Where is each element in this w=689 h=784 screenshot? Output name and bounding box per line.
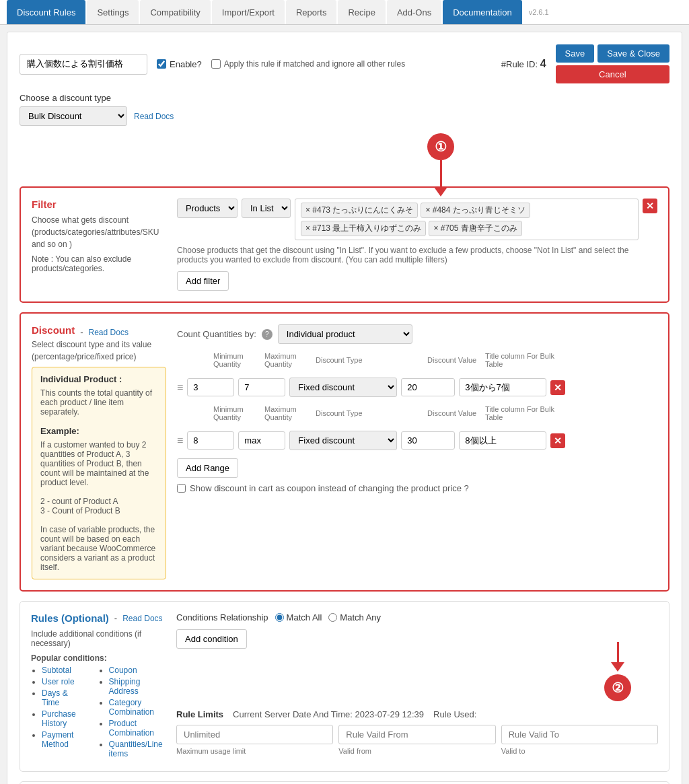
arrow-stem	[440, 160, 442, 187]
count-by-row: Count Quantities by: ? Individual produc…	[177, 324, 657, 344]
range-labels-2: Minimum Quantity Maximum Quantity Discou…	[177, 405, 657, 421]
link-user-role[interactable]: User role	[42, 677, 75, 686]
discount-type-select[interactable]: Bulk Discount	[20, 106, 127, 126]
max-usage-sublabel: Maximum usage limit	[176, 747, 333, 755]
discount-right: Count Quantities by: ? Individual produc…	[177, 324, 657, 579]
conditions-cols: Subtotal User role Days & Time Purchase …	[31, 666, 166, 760]
filter-section: Filter Choose what gets discount (produc…	[20, 186, 669, 303]
filter-tags-container: × #473 たっぷりにんにくみそ × #484 たっぷり青じそミソ × #71…	[295, 199, 639, 240]
tab-compatibility[interactable]: Compatibility	[140, 0, 210, 24]
show-coupon-label: Show discount in cart as coupon instead …	[190, 483, 469, 493]
info-box: Individual Product : This counts the tot…	[32, 367, 166, 579]
relationship-label: Conditions Relationship	[176, 612, 268, 622]
discount-type-read-docs[interactable]: Read Docs	[134, 112, 174, 121]
match-all-label: Match All	[275, 612, 322, 622]
range-1-value-input[interactable]	[401, 378, 455, 396]
discount-type-label: Choose a discount type	[20, 93, 669, 103]
add-condition-button[interactable]: Add condition	[176, 629, 247, 649]
rule-limits-area: Rule Limits Current Server Date And Time…	[176, 709, 658, 755]
arrow-stem-2	[617, 642, 619, 662]
rules-desc: Include additional conditions (if necess…	[31, 629, 166, 648]
server-date: Current Server Date And Time: 2023-07-29…	[233, 709, 424, 719]
link-purchase-history[interactable]: Purchase History	[42, 709, 76, 728]
save-button[interactable]: Save	[556, 44, 595, 63]
rules-title: Rules (Optional)	[31, 612, 109, 624]
range-2-max-input[interactable]	[238, 431, 285, 450]
match-any-text: Match Any	[340, 612, 381, 622]
range-2-value-input[interactable]	[401, 431, 455, 450]
remove-filter-button[interactable]: ✕	[643, 199, 657, 213]
link-quantities[interactable]: Quantities/Line items	[109, 740, 163, 758]
discount-desc1: Select discount type and its value	[32, 340, 166, 349]
save-buttons-row: Save Save & Close	[556, 44, 669, 63]
discount-bar-section: Discount Bar (optional) - Display discou…	[20, 781, 669, 784]
discount-read-docs[interactable]: Read Docs	[89, 328, 129, 337]
info-box-list-1: 2 - count of Product A	[40, 497, 157, 506]
link-days-time[interactable]: Days & Time	[42, 688, 68, 707]
cancel-button[interactable]: Cancel	[556, 65, 669, 83]
link-payment-method[interactable]: Payment Method	[42, 730, 73, 749]
filter-list-select[interactable]: In List	[242, 199, 291, 218]
annotation-1-area: ①	[20, 130, 669, 184]
valid-from-input[interactable]	[338, 725, 495, 744]
tab-settings[interactable]: Settings	[87, 0, 139, 24]
rules-read-docs[interactable]: Read Docs	[122, 614, 162, 623]
annotation-2-area: ②	[176, 642, 658, 701]
apply-rule-checkbox[interactable]	[211, 59, 221, 69]
popular-label: Popular conditions:	[31, 653, 166, 663]
link-category-combo[interactable]: Category Combination	[109, 698, 154, 717]
max-usage-input[interactable]	[176, 725, 333, 744]
range-2-title-input[interactable]	[459, 431, 546, 450]
apply-rule-label: Apply this rule if matched and ignore al…	[224, 59, 405, 69]
filter-desc2: (products/categories/attributes/SKU	[32, 227, 166, 237]
tab-discount-rules[interactable]: Discount Rules	[7, 0, 85, 24]
range-1-type-select[interactable]: Fixed discount	[289, 378, 397, 397]
nav-tabs: Discount Rules Settings Compatibility Im…	[0, 0, 689, 25]
filter-note: Note : You can also exclude products/cat…	[32, 254, 166, 273]
drag-handle-2[interactable]: ≡	[177, 435, 183, 447]
rule-used-label: Rule Used:	[433, 709, 476, 719]
tab-reports[interactable]: Reports	[286, 0, 337, 24]
rule-limits-inputs	[176, 725, 658, 744]
remove-range-2-button[interactable]: ✕	[550, 433, 565, 448]
tag-473-label: × #473 たっぷりにんにくみそ	[305, 205, 413, 216]
rule-name-input[interactable]	[20, 54, 147, 75]
tab-import-export[interactable]: Import/Export	[212, 0, 285, 24]
link-subtotal[interactable]: Subtotal	[42, 666, 71, 675]
popular-conditions: Popular conditions: Subtotal User role D…	[31, 653, 166, 760]
match-any-radio[interactable]	[328, 613, 337, 622]
tag-484: × #484 たっぷり青じそミソ	[421, 203, 530, 218]
label-min-qty: Minimum Quantity	[213, 352, 260, 368]
link-coupon[interactable]: Coupon	[109, 666, 137, 675]
tab-addons[interactable]: Add-Ons	[387, 0, 441, 24]
tab-documentation[interactable]: Documentation	[443, 0, 521, 24]
show-coupon-checkbox[interactable]	[177, 484, 186, 493]
step-2-badge: ②	[604, 674, 631, 701]
valid-from-sublabel: Valid from	[338, 747, 495, 755]
range-1-title-input[interactable]	[459, 378, 546, 396]
valid-to-input[interactable]	[501, 725, 658, 744]
range-1-max-input[interactable]	[238, 378, 285, 396]
info-icon[interactable]: ?	[262, 329, 273, 340]
label-title-col-2: Title column For Bulk Table	[485, 405, 573, 421]
tag-705-label: × #705 青唐辛子このみ	[433, 223, 517, 234]
filter-product-select[interactable]: Products	[177, 199, 238, 218]
save-close-button[interactable]: Save & Close	[597, 44, 669, 63]
tab-recipe[interactable]: Recipe	[338, 0, 385, 24]
link-product-combo[interactable]: Product Combination	[109, 719, 154, 738]
add-range-button[interactable]: Add Range	[177, 458, 238, 478]
range-2-type-select[interactable]: Fixed discount	[289, 431, 397, 450]
label-title-col: Title column For Bulk Table	[485, 352, 573, 368]
rules-dash: -	[114, 613, 117, 623]
enable-checkbox[interactable]	[157, 59, 166, 69]
range-2-min-input[interactable]	[187, 431, 234, 450]
link-shipping-address[interactable]: Shipping Address	[109, 677, 141, 696]
drag-handle-1[interactable]: ≡	[177, 382, 183, 394]
add-filter-button[interactable]: Add filter	[177, 271, 229, 291]
rule-limits-title-row: Rule Limits Current Server Date And Time…	[176, 709, 658, 719]
match-all-radio[interactable]	[275, 613, 284, 622]
valid-to-sublabel: Valid to	[501, 747, 658, 755]
range-1-min-input[interactable]	[187, 378, 234, 396]
remove-range-1-button[interactable]: ✕	[550, 380, 565, 395]
count-by-select[interactable]: Individual product	[278, 324, 412, 344]
